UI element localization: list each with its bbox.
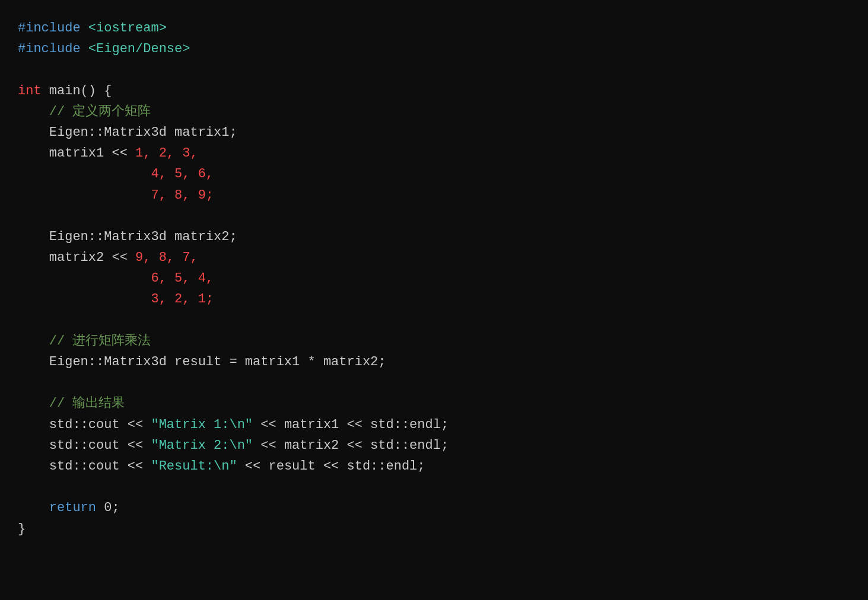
code-token: // 输出结果 [18, 396, 125, 411]
code-token: } [18, 522, 26, 537]
code-token: main() { [42, 84, 112, 98]
code-token [18, 167, 151, 181]
code-token: std::cout << [18, 438, 151, 453]
code-token: 9, 8, 7, [135, 250, 198, 265]
code-line: 3, 2, 1; [18, 289, 850, 309]
code-token [18, 271, 151, 286]
code-token: "Result:\n" [151, 459, 237, 474]
code-token: // 进行矩阵乘法 [18, 334, 151, 349]
code-token: <Eigen/Dense> [88, 42, 190, 56]
code-line [18, 372, 850, 393]
code-token: << matrix2 << std::endl; [253, 438, 449, 453]
code-token: "Matrix 2:\n" [151, 438, 253, 453]
code-token: 4, 5, 6, [151, 167, 214, 181]
code-token [18, 292, 151, 307]
code-token: #include [18, 21, 88, 36]
code-line: return 0; [18, 497, 850, 518]
code-token: << matrix1 << std::endl; [253, 417, 449, 432]
code-line: 6, 5, 4, [18, 268, 850, 289]
code-line: 4, 5, 6, [18, 164, 850, 184]
code-line [18, 310, 850, 331]
code-token: 3, 2, 1; [151, 292, 214, 307]
code-line: matrix1 << 1, 2, 3, [18, 143, 850, 164]
code-token: "Matrix 1:\n" [151, 417, 253, 432]
code-token: 0; [96, 500, 120, 515]
code-token: Eigen::Matrix3d result = matrix1 * matri… [18, 355, 386, 369]
code-line: #include <iostream> [18, 18, 850, 39]
code-token: std::cout << [18, 417, 151, 432]
code-line: #include <Eigen/Dense> [18, 39, 850, 59]
code-line: std::cout << "Result:\n" << result << st… [18, 456, 850, 477]
code-line [18, 477, 850, 497]
code-token: << result << std::endl; [237, 459, 425, 474]
code-line: // 定义两个矩阵 [18, 101, 850, 122]
code-line: // 输出结果 [18, 393, 850, 414]
code-line: Eigen::Matrix3d result = matrix1 * matri… [18, 352, 850, 372]
code-token: return [49, 500, 96, 515]
code-line: int main() { [18, 81, 850, 101]
code-editor: #include <iostream>#include <Eigen/Dense… [0, 0, 868, 600]
code-line: std::cout << "Matrix 2:\n" << matrix2 <<… [18, 435, 850, 456]
code-token: std::cout << [18, 459, 151, 474]
code-token [18, 188, 151, 203]
code-token: 6, 5, 4, [151, 271, 214, 286]
code-line: Eigen::Matrix3d matrix1; [18, 122, 850, 143]
code-token: matrix2 << [18, 250, 135, 265]
code-token: // 定义两个矩阵 [18, 104, 151, 119]
code-token: #include [18, 42, 88, 56]
code-line: std::cout << "Matrix 1:\n" << matrix1 <<… [18, 414, 850, 435]
code-token: 1, 2, 3, [135, 146, 198, 161]
code-token: Eigen::Matrix3d matrix2; [18, 229, 237, 244]
code-token: Eigen::Matrix3d matrix1; [18, 125, 237, 140]
code-line: matrix2 << 9, 8, 7, [18, 247, 850, 268]
code-token: int [18, 84, 42, 98]
code-token: matrix1 << [18, 146, 135, 161]
code-line: 7, 8, 9; [18, 185, 850, 206]
code-line [18, 59, 850, 80]
code-token: <iostream> [88, 21, 167, 36]
code-line [18, 206, 850, 226]
code-line: Eigen::Matrix3d matrix2; [18, 226, 850, 247]
code-token: 7, 8, 9; [151, 188, 214, 203]
code-line: } [18, 519, 850, 540]
code-line: // 进行矩阵乘法 [18, 331, 850, 352]
code-token [18, 500, 49, 515]
